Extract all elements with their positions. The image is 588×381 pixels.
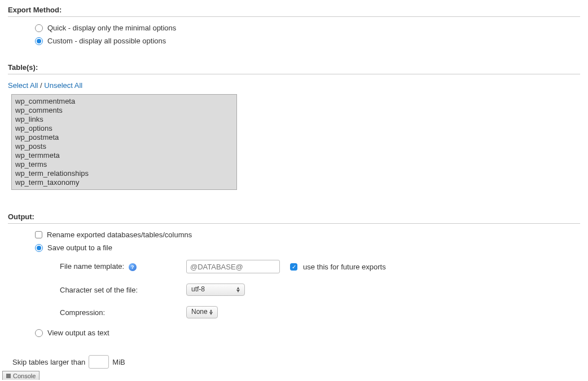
link-separator: / [38,81,44,90]
compression-label: Compression: [60,308,178,317]
list-item[interactable]: wp_posts [15,142,233,151]
select-all-link[interactable]: Select All [8,81,38,90]
radio-quick-label: Quick - display only the minimal options [47,24,176,32]
unselect-all-link[interactable]: Unselect All [44,81,82,90]
radio-view-text[interactable] [35,329,43,337]
list-item[interactable]: wp_term_taxonomy [15,178,233,187]
output-title: Output: [8,212,580,221]
skip-prefix: Skip tables larger than [12,358,85,366]
divider [8,74,580,74]
divider [8,223,580,224]
console-tab[interactable]: Console [2,371,40,380]
list-item[interactable]: wp_term_relationships [15,169,233,178]
skip-suffix: MiB [112,358,125,366]
list-item[interactable]: wp_commentmeta [15,97,233,106]
radio-save-file-label: Save output to a file [47,243,112,252]
radio-quick[interactable] [35,24,43,32]
divider [8,16,580,17]
export-method-title: Export Method: [8,6,580,14]
export-method-custom-row[interactable]: Custom - display all possible options [35,37,580,45]
charset-select[interactable]: utf-8 ▲▼ [186,283,245,296]
list-item[interactable]: wp_postmeta [15,133,233,142]
radio-custom[interactable] [35,37,43,45]
filename-template-input[interactable] [186,260,280,273]
tables-listbox[interactable]: wp_commentmeta wp_comments wp_links wp_o… [11,94,237,190]
rename-label: Rename exported databases/tables/columns [47,231,192,239]
rename-checkbox[interactable] [35,231,42,238]
skip-size-input[interactable] [89,355,109,369]
tables-title: Table(s): [8,63,580,72]
list-item[interactable]: wp_comments [15,106,233,115]
help-icon[interactable]: ? [129,263,137,271]
radio-view-text-label: View output as text [47,329,109,337]
list-item[interactable]: wp_terms [15,160,233,169]
use-future-checkbox[interactable] [290,263,297,271]
use-future-label: use this for future exports [303,263,386,271]
list-item[interactable]: wp_links [15,115,233,124]
charset-label: Character set of the file: [60,286,178,294]
radio-save-file[interactable] [35,244,43,252]
view-as-text-row[interactable]: View output as text [35,329,580,337]
rename-row[interactable]: Rename exported databases/tables/columns [35,231,580,239]
save-to-file-row[interactable]: Save output to a file [35,243,580,252]
console-label: Console [13,373,36,379]
console-icon [6,374,11,378]
filename-template-label: File name template: ? [60,262,178,271]
radio-custom-label: Custom - display all possible options [47,37,166,45]
list-item[interactable]: wp_termmeta [15,151,233,160]
list-item[interactable]: wp_options [15,124,233,133]
export-method-quick-row[interactable]: Quick - display only the minimal options [35,24,580,32]
compression-select[interactable]: None ▲▼ [186,306,218,318]
